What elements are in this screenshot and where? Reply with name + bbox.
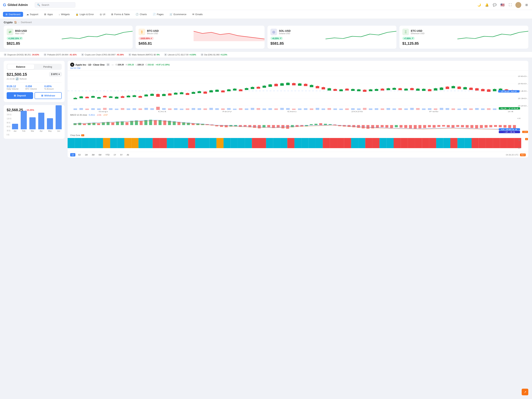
bar-label: Jun (57, 130, 60, 132)
balance-amount: $21,500.15 (7, 72, 27, 77)
svg-text:250.00: 250.00 (518, 83, 528, 85)
svg-rect-43 (251, 108, 254, 110)
ticker-name: Polkadot (DOT) (47, 54, 61, 56)
svg-rect-185 (357, 89, 361, 91)
nav-support[interactable]: ☁ Support (24, 12, 41, 17)
breadcrumb-current: Dashboard (21, 21, 32, 24)
crypto-cards-grid: ⇄ BSD-USD Main USD +1,502.15% ↗ $821.85 (0, 26, 532, 51)
nav-forms-table[interactable]: ⊞ Forms & Table (109, 12, 133, 17)
nav-pages[interactable]: 📄 Pages (150, 12, 166, 17)
svg-text:0: 0 (518, 147, 520, 149)
svg-rect-354 (110, 138, 117, 148)
notification-icon[interactable]: 🔔 (484, 2, 489, 7)
svg-rect-358 (139, 138, 146, 148)
svg-rect-95 (91, 96, 95, 98)
crypto-mini-chart (457, 30, 528, 41)
svg-rect-83 (487, 108, 490, 110)
svg-rect-44 (257, 108, 260, 110)
refresh-icon[interactable]: 🔄 (16, 78, 19, 80)
svg-rect-149 (251, 87, 254, 89)
flag-icon[interactable]: 🇺🇸 (500, 2, 505, 7)
search-bar[interactable]: 🔍 (35, 2, 75, 7)
badge-arrow-icon: ↙ (151, 37, 152, 39)
svg-rect-47 (274, 108, 278, 110)
svg-rect-254 (92, 123, 95, 125)
tf-1m[interactable]: 1M (83, 153, 89, 157)
chart-title-row: ● Apple Inc · 1D · Cboe One D — O228.20 … (70, 63, 526, 67)
svg-rect-348 (68, 138, 75, 148)
svg-rect-253 (88, 123, 91, 125)
deposit-button[interactable]: ⊞ Deposit (7, 92, 33, 99)
tf-5d[interactable]: 5D (77, 153, 82, 157)
svg-rect-395 (401, 138, 408, 148)
nav-support-label: Support (30, 13, 38, 16)
withdraw-button[interactable]: ⊠ Withdraw (35, 92, 62, 99)
svg-rect-18 (103, 108, 107, 110)
btc-selector[interactable]: ₿ BTC ▾ (49, 72, 62, 76)
ticker-change: -43.38% (116, 54, 124, 56)
nav-charts[interactable]: 🕐 Charts (133, 12, 149, 17)
svg-rect-369 (216, 138, 223, 148)
svg-rect-211 (434, 88, 437, 90)
svg-rect-79 (463, 108, 467, 110)
svg-rect-381 (301, 138, 309, 148)
tab-pending[interactable]: Pending (34, 64, 61, 69)
chat-icon[interactable]: 💬 (492, 2, 497, 7)
tf-3m[interactable]: 3M (90, 153, 96, 157)
nav-ecommerce[interactable]: 🛒 Ecommerce (167, 12, 189, 17)
badge-arrow-icon: ↗ (280, 37, 281, 39)
svg-rect-16 (91, 108, 95, 110)
dark-mode-icon[interactable]: 🌙 (477, 2, 482, 7)
tf-1d[interactable]: 1D (70, 153, 75, 157)
svg-rect-405 (472, 138, 479, 148)
svg-rect-77 (451, 108, 455, 110)
svg-rect-408 (493, 138, 500, 148)
svg-rect-331 (456, 125, 459, 127)
tf-1y[interactable]: 1Y (112, 153, 117, 157)
ticker-coin-icon: ● (4, 53, 7, 56)
tf-5y[interactable]: 5Y (119, 153, 124, 157)
tf-ytd[interactable]: YTD (104, 153, 111, 157)
tab-balance[interactable]: Balance (7, 64, 34, 69)
svg-rect-133 (203, 92, 207, 94)
nav-login-error[interactable]: 🔒 Login & Error (73, 12, 96, 17)
svg-rect-59 (345, 108, 349, 110)
svg-rect-21 (121, 108, 124, 110)
ticker-name: Litecoin (LTC) (168, 54, 180, 56)
svg-rect-355 (117, 138, 124, 148)
svg-rect-31 (180, 109, 184, 110)
apps-nav-icon: ⊞ (44, 13, 46, 16)
nav-apps[interactable]: ⊞ Apps (42, 12, 55, 17)
nav-widgets[interactable]: ↓ Widgets (56, 12, 72, 17)
bar (29, 117, 35, 129)
search-input[interactable] (42, 4, 73, 6)
svg-rect-99 (103, 96, 107, 97)
crypto-card-sol-usd: ◎ SOL-USD Solana USD +9.25% ↗ $581.85 (267, 26, 396, 49)
nav-dashboard[interactable]: ⊞ Dashboard (3, 12, 23, 17)
nav-ui-label: UI (103, 13, 105, 16)
candlestick-area: 260.00 250.00 240.00 230.00 220.00 (68, 70, 528, 113)
avatar[interactable] (515, 2, 521, 8)
svg-rect-259 (116, 121, 119, 125)
svg-text:2025: 2025 (351, 111, 363, 113)
withdraw-icon: ⊠ (41, 94, 43, 97)
svg-text:24: 24 (508, 111, 513, 113)
nav-emails[interactable]: ✉ Emails (190, 12, 205, 17)
tf-all[interactable]: All (126, 153, 130, 157)
svg-rect-342 (508, 125, 511, 128)
header-icons: 🌙 🔔 💬 🇺🇸 ⛶ ⊞ (477, 2, 529, 8)
svg-rect-219 (457, 87, 461, 89)
svg-rect-288 (253, 125, 256, 128)
header: G Gilded Admin 🔍 🌙 🔔 💬 🇺🇸 ⛶ ⊞ (0, 0, 532, 10)
fullscreen-icon[interactable]: ⛶ (508, 2, 513, 7)
ticker-name: Dogecoin (DOGE) (7, 54, 24, 56)
svg-rect-341 (504, 125, 507, 128)
tf-6m[interactable]: 6M (97, 153, 103, 157)
svg-rect-328 (442, 125, 445, 127)
breadcrumb-separator: - (19, 21, 19, 24)
nav-ui[interactable]: ◎ UI (97, 12, 108, 17)
bar (21, 111, 27, 129)
svg-rect-321 (409, 125, 412, 128)
layout-icon[interactable]: ⊞ (524, 2, 529, 7)
svg-rect-382 (309, 138, 316, 148)
